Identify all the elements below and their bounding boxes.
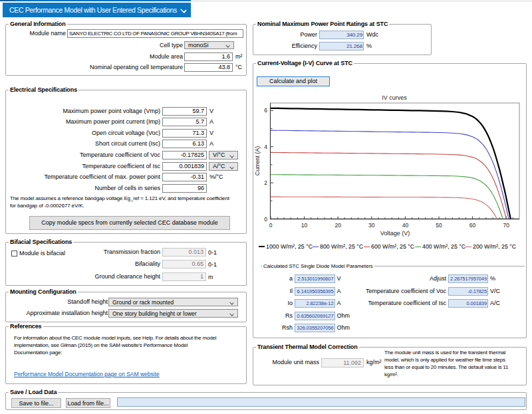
svg-text:4: 4 [264,144,267,150]
svg-text:2: 2 [264,179,267,186]
svg-text:6: 6 [264,107,267,114]
svg-text:40: 40 [402,222,409,229]
svg-text:30: 30 [368,222,375,229]
svg-text:0: 0 [269,222,273,229]
svg-text:Current (A): Current (A) [254,146,261,176]
svg-text:60: 60 [469,222,476,229]
svg-text:70: 70 [503,222,509,229]
svg-text:50: 50 [436,222,442,229]
svg-text:10: 10 [301,222,308,229]
svg-text:Voltage (V): Voltage (V) [380,230,410,237]
svg-text:20: 20 [334,222,341,229]
svg-text:0: 0 [264,216,267,223]
svg-text:IV curves: IV curves [382,94,407,101]
